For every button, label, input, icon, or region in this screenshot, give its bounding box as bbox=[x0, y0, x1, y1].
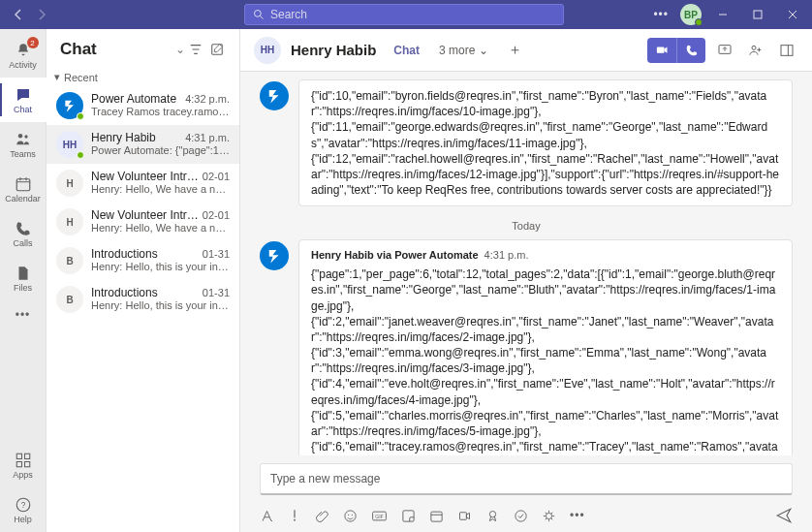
gif-button[interactable]: GIF bbox=[371, 509, 388, 523]
svg-point-14 bbox=[752, 46, 756, 49]
title-bar: Search ••• BP bbox=[0, 0, 812, 29]
svg-rect-1 bbox=[754, 11, 762, 18]
conversation-item[interactable]: HH Henry Habib4:31 p.m. Power Automate: … bbox=[47, 125, 239, 164]
format-button[interactable] bbox=[260, 509, 274, 523]
teams-icon bbox=[15, 131, 32, 148]
message-composer[interactable]: Type a new message bbox=[260, 463, 793, 495]
conversation-title: Introductions bbox=[91, 247, 158, 261]
conversation-avatar: H bbox=[56, 208, 83, 235]
window-maximize-button[interactable] bbox=[744, 1, 771, 28]
rail-more[interactable]: ••• bbox=[0, 300, 47, 329]
message-body: {"id":10,"email":"byron.fields@reqres.in… bbox=[311, 88, 780, 198]
chat-header: HH Henry Habib Chat 3 more ⌄ ＋ bbox=[240, 29, 812, 72]
svg-point-19 bbox=[352, 514, 353, 515]
rail-activity[interactable]: Activity 2 bbox=[0, 33, 47, 78]
svg-text:?: ? bbox=[20, 501, 25, 510]
power-automate-avatar bbox=[260, 81, 289, 110]
audio-call-button[interactable] bbox=[676, 38, 705, 63]
nav-back-button[interactable] bbox=[10, 6, 27, 23]
sticker-button[interactable] bbox=[401, 509, 416, 523]
send-button[interactable] bbox=[775, 507, 793, 524]
presence-available-icon bbox=[695, 18, 703, 26]
conversation-time: 01-31 bbox=[203, 248, 230, 260]
approvals-button[interactable] bbox=[514, 509, 528, 523]
chevron-down-icon[interactable]: ⌄ bbox=[175, 43, 185, 56]
conversation-time: 4:31 p.m. bbox=[185, 132, 230, 143]
svg-rect-4 bbox=[16, 178, 30, 190]
search-input[interactable]: Search bbox=[244, 4, 564, 25]
new-chat-button[interactable] bbox=[206, 39, 228, 60]
conversation-preview: Henry: Hello, this is your introdu... bbox=[91, 299, 230, 311]
rail-files[interactable]: Files bbox=[0, 256, 47, 300]
rail-teams[interactable]: Teams bbox=[0, 122, 47, 167]
conversation-title: New Volunteer Introduct... bbox=[91, 170, 199, 183]
search-icon bbox=[253, 9, 265, 20]
section-recent[interactable]: ▾ Recent bbox=[47, 68, 239, 86]
rail-help[interactable]: ? Help bbox=[0, 487, 47, 532]
tab-chat[interactable]: Chat bbox=[391, 44, 422, 57]
conversation-item[interactable]: H New Volunteer Introduct...02-01 Henry:… bbox=[47, 203, 239, 241]
chat-header-name: Henry Habib bbox=[291, 42, 376, 58]
conversation-time: 01-31 bbox=[203, 287, 230, 298]
open-pane-button[interactable] bbox=[775, 39, 798, 62]
rail-apps[interactable]: Apps bbox=[0, 443, 47, 487]
conversation-preview: Tracey Ramos tracey.ramos@... bbox=[91, 106, 230, 117]
share-screen-button[interactable] bbox=[713, 39, 736, 62]
conversation-preview: Henry: Hello, We have a new vol... bbox=[91, 183, 230, 195]
more-options-button[interactable]: ••• bbox=[649, 8, 672, 21]
conversation-title: New Volunteer Introduct... bbox=[91, 208, 199, 222]
attach-button[interactable] bbox=[315, 509, 329, 523]
add-tab-button[interactable]: ＋ bbox=[508, 41, 522, 59]
conversation-time: 02-01 bbox=[203, 171, 230, 182]
svg-point-26 bbox=[515, 510, 526, 520]
rail-calls[interactable]: Calls bbox=[0, 211, 47, 256]
filter-button[interactable] bbox=[185, 39, 206, 60]
chat-header-avatar: HH bbox=[254, 37, 281, 64]
svg-rect-6 bbox=[24, 454, 29, 458]
ellipsis-icon: ••• bbox=[16, 308, 31, 322]
conversation-preview: Power Automate: {"page":1,"pe... bbox=[91, 144, 230, 156]
current-user-avatar[interactable]: BP bbox=[680, 4, 702, 25]
svg-point-0 bbox=[255, 11, 262, 17]
svg-point-2 bbox=[17, 134, 22, 139]
urgent-button[interactable] bbox=[288, 509, 301, 522]
svg-point-25 bbox=[489, 511, 495, 516]
tabs-more[interactable]: 3 more ⌄ bbox=[439, 44, 488, 57]
chat-icon bbox=[15, 86, 32, 104]
conversation-item[interactable]: H New Volunteer Introduct...02-01 Henry:… bbox=[47, 164, 239, 203]
calendar-icon bbox=[15, 175, 32, 193]
message-sender: Henry Habib via Power Automate4:31 p.m. bbox=[311, 248, 780, 263]
window-minimize-button[interactable] bbox=[709, 1, 736, 28]
viva-button[interactable] bbox=[542, 509, 556, 523]
conversation-title: Henry Habib bbox=[91, 131, 156, 144]
svg-rect-7 bbox=[16, 461, 21, 466]
message: Henry Habib via Power Automate4:31 p.m. … bbox=[260, 239, 793, 455]
help-icon: ? bbox=[15, 496, 32, 514]
conversation-time: 4:32 p.m. bbox=[185, 93, 230, 105]
conversation-avatar: B bbox=[56, 247, 83, 274]
messages-pane[interactable]: {"id":10,"email":"byron.fields@reqres.in… bbox=[240, 72, 812, 455]
svg-rect-24 bbox=[460, 512, 467, 519]
rail-chat[interactable]: Chat bbox=[0, 78, 47, 122]
emoji-button[interactable] bbox=[343, 509, 358, 523]
svg-point-16 bbox=[294, 519, 296, 521]
conversation-preview: Henry: Hello, this is your introdu... bbox=[91, 261, 230, 272]
schedule-meeting-button[interactable] bbox=[429, 509, 444, 523]
conversation-item[interactable]: Power Automate4:32 p.m. Tracey Ramos tra… bbox=[47, 86, 239, 125]
apps-icon bbox=[15, 452, 32, 469]
nav-forward-button[interactable] bbox=[33, 6, 50, 23]
power-automate-avatar bbox=[260, 241, 289, 270]
conversation-avatar bbox=[56, 92, 83, 119]
rail-calendar[interactable]: Calendar bbox=[0, 167, 47, 211]
window-close-button[interactable] bbox=[779, 1, 806, 28]
praise-button[interactable] bbox=[485, 509, 500, 523]
svg-rect-5 bbox=[16, 454, 21, 458]
more-apps-button[interactable]: ••• bbox=[570, 509, 585, 522]
conversation-item[interactable]: B Introductions01-31 Henry: Hello, this … bbox=[47, 280, 239, 319]
stream-button[interactable] bbox=[457, 509, 472, 523]
add-people-button[interactable] bbox=[744, 39, 767, 62]
search-placeholder: Search bbox=[270, 8, 307, 21]
video-call-button[interactable] bbox=[647, 38, 676, 63]
conversation-item[interactable]: B Introductions01-31 Henry: Hello, this … bbox=[47, 241, 239, 280]
chat-list-panel: Chat ⌄ ▾ Recent Power Automate4:32 p.m. … bbox=[47, 29, 240, 532]
